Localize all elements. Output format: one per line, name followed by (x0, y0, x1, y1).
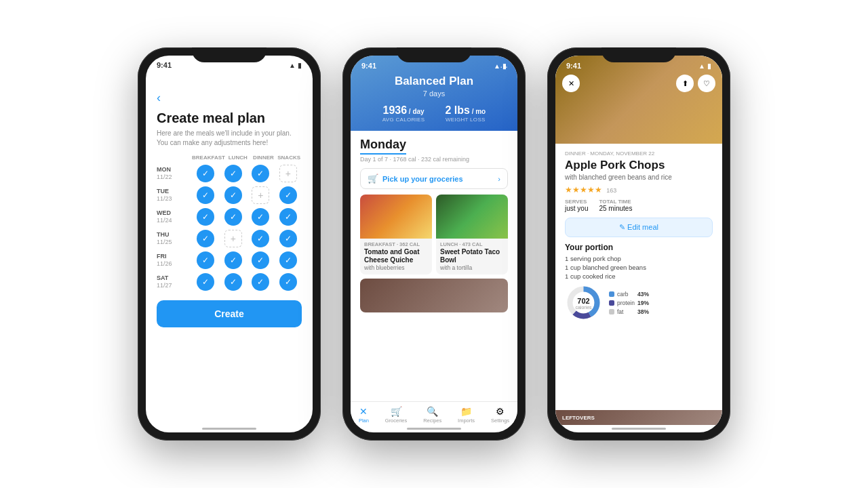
day-label-wed: WED11/24 (157, 209, 192, 224)
phone1-title: Create meal plan (157, 110, 302, 126)
plan-days: 7 days (361, 89, 507, 98)
meal-cards: BREAKFAST · 362 cal Tomato and Goat Chee… (360, 195, 508, 274)
carb-dot (609, 291, 614, 297)
calorie-value: 702 (575, 296, 591, 304)
check-wed-dinner[interactable]: ✓ (252, 208, 269, 226)
col-breakfast: BREAKFAST (192, 155, 225, 161)
check-tue-lunch[interactable]: ✓ (224, 186, 242, 204)
dinner-preview[interactable] (360, 279, 508, 312)
check-mon-dinner[interactable]: ✓ (252, 165, 269, 182)
wifi-icon: ▲ (289, 62, 296, 69)
lunch-image (436, 195, 508, 239)
time-label: TOTAL TIME (599, 199, 632, 205)
weight-label: WEIGHT LOSS (445, 117, 486, 123)
phone1-content: ‹ Create meal plan Here are the meals we… (146, 72, 313, 425)
grocery-text: Pick up your groceries (382, 175, 494, 183)
phone2-time: 9:41 (361, 62, 376, 70)
check-wed-snacks[interactable]: ✓ (279, 208, 297, 226)
day-label-sat: SAT11/27 (157, 274, 192, 289)
check-mon-snacks[interactable]: + (279, 165, 297, 182)
phone3-notch (601, 47, 676, 62)
portion-item-1: 1 serving pork chop (565, 255, 713, 262)
time-info: TOTAL TIME 25 minutes (599, 199, 632, 212)
check-thu-snacks[interactable]: ✓ (279, 230, 297, 247)
plan-icon: ✕ (359, 406, 368, 417)
phone1-time: 9:41 (157, 61, 172, 69)
check-thu-breakfast[interactable]: ✓ (197, 230, 214, 247)
check-tue-dinner[interactable]: + (252, 186, 269, 204)
breakfast-image (360, 195, 432, 239)
check-sat-dinner[interactable]: ✓ (252, 273, 269, 291)
breakfast-info: BREAKFAST · 362 cal Tomato and Goat Chee… (360, 239, 432, 274)
recipe-title: Apple Pork Chops (565, 159, 713, 172)
check-fri-dinner[interactable]: ✓ (252, 251, 269, 269)
nav-recipes[interactable]: 🔍 Recipes (423, 406, 441, 424)
protein-dot (609, 300, 614, 306)
meal-card-breakfast[interactable]: BREAKFAST · 362 cal Tomato and Goat Chee… (360, 195, 432, 274)
check-mon-breakfast[interactable]: ✓ (197, 165, 214, 182)
grocery-button[interactable]: 🛒 Pick up your groceries › (360, 168, 508, 189)
nav-groceries-label: Groceries (385, 418, 408, 424)
portion-title: Your portion (565, 243, 713, 252)
check-thu-lunch[interactable]: + (224, 230, 242, 247)
meal-row-sat: SAT11/27 ✓ ✓ ✓ ✓ (157, 273, 302, 291)
imports-icon: 📁 (460, 406, 472, 417)
leftovers-banner[interactable]: LEFTOVERS (555, 410, 722, 425)
edit-label: Edit meal (627, 223, 658, 231)
wifi-icon2: ▲ (494, 62, 500, 70)
check-mon-lunch[interactable]: ✓ (224, 165, 242, 182)
nav-groceries[interactable]: 🛒 Groceries (385, 406, 408, 424)
phone2-notch (397, 47, 471, 62)
check-fri-lunch[interactable]: ✓ (224, 251, 242, 269)
lunch-name: Sweet Potato Taco Bowl (440, 248, 504, 264)
phone2-content: ··· Balanced Plan 7 days 1936 / day AVG … (351, 56, 517, 425)
meal-row-mon: MON11/22 ✓ ✓ ✓ + (157, 165, 302, 182)
meal-row-thu: THU11/25 ✓ + ✓ ✓ (157, 230, 302, 247)
check-tue-snacks[interactable]: ✓ (279, 186, 297, 204)
nav-imports-label: Imports (458, 418, 475, 424)
edit-icon: ✎ (619, 223, 627, 231)
check-sat-snacks[interactable]: ✓ (279, 273, 297, 291)
meal-row-tue: TUE11/23 ✓ ✓ + ✓ (157, 186, 302, 204)
calorie-center: 702 calories (575, 296, 591, 309)
recipe-hero-buttons: ✕ ⬆ ♡ (555, 75, 722, 92)
phone2-home-indicator (407, 428, 461, 430)
serves-value: just you (565, 205, 588, 212)
share-button[interactable]: ⬆ (676, 75, 694, 92)
create-button[interactable]: Create (157, 300, 302, 327)
check-tue-breakfast[interactable]: ✓ (197, 186, 214, 204)
lunch-info: LUNCH · 473 cal Sweet Potato Taco Bowl w… (436, 239, 508, 274)
back-button[interactable]: ‹ (157, 91, 302, 105)
time-value: 25 minutes (599, 205, 632, 212)
close-button[interactable]: ✕ (562, 75, 580, 92)
check-sat-lunch[interactable]: ✓ (224, 273, 242, 291)
nav-imports[interactable]: 📁 Imports (458, 406, 475, 424)
nutrition-chart: 702 calories (565, 284, 602, 321)
review-count: 163 (606, 187, 616, 194)
check-fri-snacks[interactable]: ✓ (279, 251, 297, 269)
lunch-sub: with a tortilla (440, 264, 504, 271)
edit-meal-button[interactable]: ✎ Edit meal (565, 218, 713, 237)
nutrition-row: 702 calories carb 43% (565, 284, 713, 321)
check-wed-breakfast[interactable]: ✓ (197, 208, 214, 226)
meal-row-wed: WED11/24 ✓ ✓ ✓ ✓ (157, 208, 302, 226)
favorite-button[interactable]: ♡ (698, 75, 715, 92)
nav-plan[interactable]: ✕ Plan (359, 406, 369, 424)
check-fri-breakfast[interactable]: ✓ (197, 251, 214, 269)
breakfast-sub: with blueberries (364, 264, 428, 271)
meal-row-fri: FRI11/26 ✓ ✓ ✓ ✓ (157, 251, 302, 269)
phone1-home-indicator (202, 428, 256, 430)
phone2-status-icons: ▲ ▮ (494, 62, 507, 70)
recipe-meta: DINNER · Monday, November 22 (565, 150, 713, 157)
nav-settings[interactable]: ⚙ Settings (491, 406, 509, 424)
stat-calories: 1936 / day AVG CALORIES (382, 104, 425, 123)
check-wed-lunch[interactable]: ✓ (224, 208, 242, 226)
fat-pct: 38% (637, 308, 649, 315)
leftovers-label: LEFTOVERS (562, 415, 595, 421)
col-dinner: DINNER (251, 155, 277, 161)
meal-card-lunch[interactable]: LUNCH · 473 cal Sweet Potato Taco Bowl w… (436, 195, 508, 274)
phone3-body: DINNER · Monday, November 22 Apple Pork … (555, 144, 722, 410)
check-sat-breakfast[interactable]: ✓ (197, 273, 214, 291)
phone2-body: Monday Day 1 of 7 · 1768 cal · 232 cal r… (351, 131, 517, 401)
check-thu-dinner[interactable]: ✓ (252, 230, 269, 247)
